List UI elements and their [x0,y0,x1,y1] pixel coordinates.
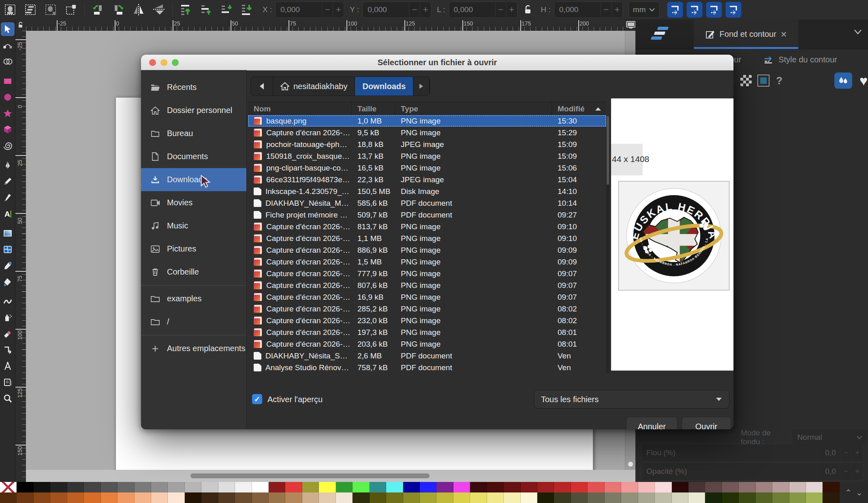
color-swatch[interactable] [436,482,453,492]
list-scroll-thumb[interactable] [607,116,609,185]
color-swatch[interactable] [772,482,789,492]
file-row[interactable]: Capture d'écran 2026-…232,0 kBPNG image0… [248,315,606,326]
vertical-ruler[interactable]: -250255075100125150 [15,31,26,482]
pages-tool[interactable] [1,375,15,389]
color-swatch[interactable] [688,492,705,503]
color-swatch[interactable] [571,492,588,503]
height-value[interactable]: 0,000 [554,5,601,14]
sidebar-item-examples[interactable]: examples [141,287,246,310]
subtab-style-du-contour[interactable]: Style du contour [764,55,837,64]
scale-stroke-toggle[interactable] [667,2,683,18]
color-swatch[interactable] [672,482,688,492]
color-swatch[interactable] [101,492,118,503]
enable-preview-checkbox[interactable]: ✓ [252,394,262,404]
file-row[interactable]: Capture d'écran 2026-…807,6 kBPNG image0… [248,279,606,291]
color-swatch[interactable] [151,492,168,503]
tab-fond-et-contour[interactable]: Fond et contour ✕ [694,19,798,49]
file-row[interactable]: Capture d'écran 2026-…813,7 kBPNG image0… [248,221,606,232]
color-swatch[interactable] [302,482,319,492]
calligraphy-tool[interactable] [1,191,15,205]
color-swatch[interactable] [151,482,168,492]
color-swatch[interactable] [588,492,604,503]
sidebar-item-r-cents[interactable]: Récents [141,76,246,99]
color-swatch[interactable] [17,482,33,492]
file-row[interactable]: 66ce3311f95f494873e…22,3 kBJPEG image15:… [248,174,606,185]
color-swatch[interactable] [370,482,386,492]
scale-pattern-toggle[interactable] [725,2,742,18]
connector-tool[interactable] [1,343,15,357]
sidebar-item-dossier-personnel[interactable]: Dossier personnel [141,99,246,122]
file-row[interactable]: Fiche projet mémoire …509,7 kBPDF docume… [248,209,606,221]
sidebar-item-autres-emplacements[interactable]: Autres emplacements [141,337,246,360]
select-all-button[interactable] [1,2,19,18]
color-swatch[interactable] [285,482,302,492]
file-row[interactable]: Capture d'écran 2026-…285,2 kBPNG image0… [248,303,606,315]
color-swatch[interactable] [756,492,772,503]
unit-dropdown[interactable]: mm [629,2,660,18]
color-swatch[interactable] [739,492,755,503]
flip-horizontal-button[interactable] [130,2,148,18]
color-swatch[interactable] [504,482,520,492]
color-swatch[interactable] [17,492,33,503]
color-swatch[interactable] [84,492,100,503]
spiral-tool[interactable] [1,139,15,153]
swatch-shape-icon[interactable]: ♥ [859,73,868,89]
close-icon[interactable]: ✕ [780,30,787,39]
opacity-decrement[interactable]: − [840,463,851,480]
color-swatch[interactable] [537,482,554,492]
select-all-layers-button[interactable] [21,2,39,18]
color-swatch[interactable] [201,482,218,492]
color-swatch[interactable] [554,492,571,503]
file-row[interactable]: Capture d'écran 2026-…9,5 kBPNG image15:… [248,127,606,139]
blur-decrement[interactable]: − [840,445,851,461]
color-swatch[interactable] [353,482,369,492]
flip-vertical-button[interactable] [150,2,168,18]
color-swatch[interactable] [655,492,671,503]
width-decrement[interactable]: − [495,2,506,17]
height-field[interactable]: 0,000 −+ [554,2,623,18]
opacity-value[interactable]: 0,0 [817,463,840,480]
selection-box-button[interactable] [62,2,80,18]
scale-corners-toggle[interactable] [686,2,703,18]
file-row[interactable]: DIAKHABY_Nésita_S…2,6 MBPDF documentVen [248,350,606,362]
spray-tool[interactable] [1,311,15,324]
breadcrumb-downloads[interactable]: Downloads [355,77,413,96]
color-swatch[interactable] [252,482,269,492]
lower-button[interactable] [218,2,235,18]
file-row[interactable]: basque.png1,0 MBPNG image15:30 [248,115,606,127]
palette-scroll-up-icon[interactable]: ⌃ [845,488,852,497]
color-swatch[interactable] [605,482,621,492]
horizontal-ruler[interactable]: -250255075100125150175200 [26,19,625,31]
color-swatch[interactable] [67,482,84,492]
color-swatch[interactable] [218,482,235,492]
color-swatch[interactable] [588,482,604,492]
color-swatch[interactable] [739,482,755,492]
y-field[interactable]: 0,000 −+ [362,2,431,18]
color-swatch[interactable] [453,492,470,503]
color-swatch[interactable] [235,492,252,503]
file-row[interactable]: Inkscape-1.4.230579_…150,5 MBDisk Image1… [248,185,606,197]
list-scrollbar[interactable] [606,115,609,373]
color-swatch[interactable] [537,492,554,503]
color-swatch[interactable] [386,492,403,503]
cancel-button[interactable]: Annuler [626,417,678,429]
color-swatch[interactable] [218,492,235,503]
color-swatch[interactable] [201,492,218,503]
vertical-scroll-thumb[interactable] [628,462,633,467]
column-nom[interactable]: Nom [248,102,352,115]
color-swatch[interactable] [487,482,504,492]
file-row[interactable]: 150918_croix_basque…13,7 kBPNG image15:0… [248,150,606,162]
color-swatch[interactable] [285,492,302,503]
color-swatch[interactable] [806,492,823,503]
file-row[interactable]: Capture d'écran 2026-…197,3 kBPNG image0… [248,326,606,338]
file-row[interactable]: Analyse Studio Rénov…758,7 kBPDF documen… [248,362,606,373]
chevron-down-icon[interactable] [853,29,862,35]
ruler-lock-icon[interactable] [15,19,26,31]
color-swatch[interactable] [638,482,655,492]
file-row[interactable]: Capture d'écran 2026-…203,6 kBPNG image0… [248,338,606,350]
y-value[interactable]: 0,000 [363,5,409,14]
raise-to-top-button[interactable] [177,2,195,18]
pen-tool[interactable] [1,158,15,172]
display-mode-icon[interactable] [626,20,636,30]
rotate-ccw-button[interactable] [89,2,107,18]
